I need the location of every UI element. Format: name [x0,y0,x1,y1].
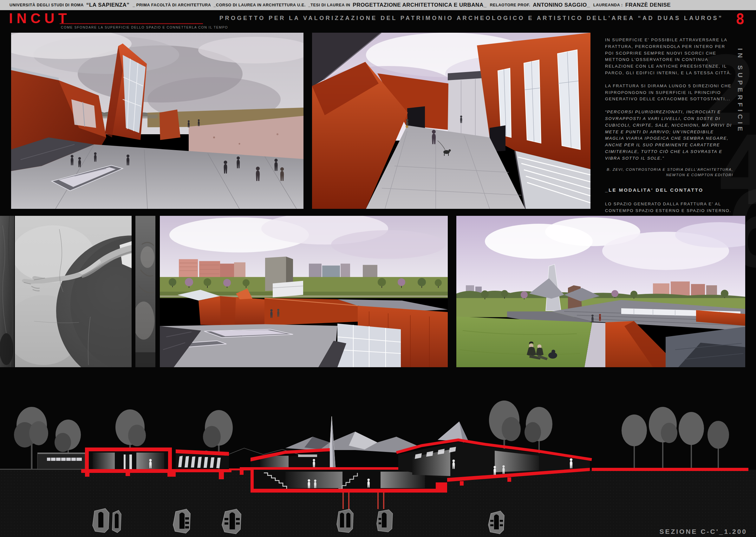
advisor-name: ANTONINO SAGGIO_ [533,2,590,8]
fresco-detail-sliver [0,216,14,367]
section-label: SEZIONE C-C'_1.200 [659,528,747,535]
page-title: PROGETTO PER LA VALORIZZAZIONE DEL PATRI… [219,15,723,21]
paragraph: IN SUPERFICIE E' POSSIBILE ATTRAVERSARE … [605,37,733,76]
faculty: _ prima facoltà di architettura [132,3,211,7]
project-tagline: COME SFONDARE LA SUPERFICIE DELLO SPAZIO… [61,25,228,29]
course: _corso di laurea in architettura u.e. [214,3,306,7]
zevi-quote: “PERCORSI PLURIDIREZIONATI, INCROCIATI E… [605,109,733,162]
logo-underline [59,23,203,24]
paragraph: LA FRATTURA SI DIRAMA LUNGO 5 DIREZIONI … [605,83,733,103]
description-column: IN SUPERFICIE E' POSSIBILE ATTRAVERSARE … [605,37,733,242]
university-prefix: Università degli studi di roma [10,3,84,7]
student-prefix: laureanda : [593,3,623,7]
page-number: 8 [736,11,744,28]
thesis-program: PROGETTAZIONE ARCHITETTONICA E URBANA_ [353,2,486,8]
quote-attribution: B. ZEVI, CONTROSTORIA E STORIA DELL'ARCH… [605,167,733,178]
render-fracture-canyon [312,33,590,209]
thesis-prefix: _tesi di laurea in [308,3,351,7]
render-roofscape-park [456,216,745,367]
advisor-prefix: relaotore prof. [490,3,531,7]
render-fracture-towers [11,33,303,209]
section-drawing: SEZIONE C-C'_1.200 [0,375,756,537]
vertical-chapter-label: IN SUPERFICIE [736,48,744,162]
student-name: FRANZÈ DENISE [625,2,671,8]
board-header: Università degli studi di roma “LA SAPIE… [0,0,756,10]
creation-hand-fresco [15,216,132,367]
fresco-face-strip [135,216,155,367]
subheading: _LE MODALITA' DEL CONTATTO [605,186,733,194]
university-name: “LA SAPIENZA” [86,2,130,8]
thesis-board: Università degli studi di roma “LA SAPIE… [0,0,756,537]
render-surface-court [160,216,448,367]
